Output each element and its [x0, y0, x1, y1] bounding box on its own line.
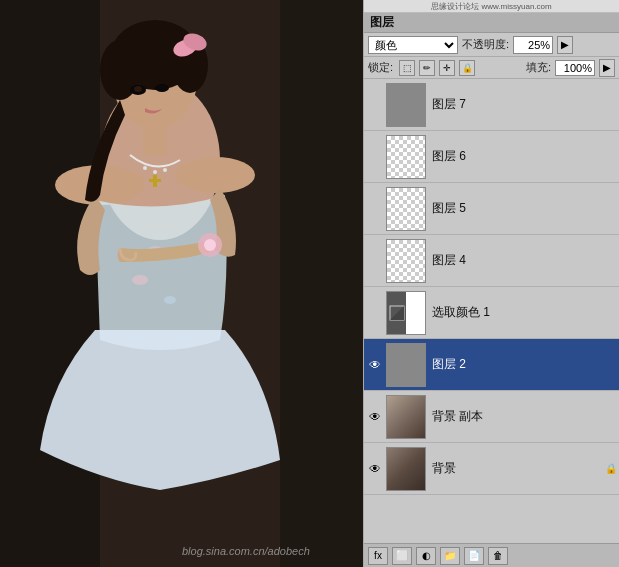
blend-opacity-row: 颜色 不透明度: ▶	[364, 33, 619, 57]
svg-point-24	[155, 84, 169, 92]
layer-name-bg: 背景	[432, 460, 603, 477]
opacity-arrow-btn[interactable]: ▶	[557, 36, 573, 54]
layer-name-layer2: 图层 2	[432, 356, 617, 373]
layer-thumb-layer4	[386, 239, 426, 283]
lock-transparent-btn[interactable]: ⬚	[399, 60, 415, 76]
new-layer-button[interactable]: 📄	[464, 547, 484, 565]
eye-icon-layer5[interactable]	[366, 200, 384, 218]
layer-thumb-bg	[386, 447, 426, 491]
layers-panel: 思缘设计论坛 www.missyuan.com 图层 颜色 不透明度: ▶ 锁定…	[363, 0, 619, 567]
layer-thumb-bg-copy	[386, 395, 426, 439]
layer-item-layer6[interactable]: 图层 6	[364, 131, 619, 183]
lock-fill-row: 锁定: ⬚ ✏ ✛ 🔒 填充: ▶	[364, 57, 619, 79]
layer-thumb-layer2	[386, 343, 426, 387]
svg-point-13	[132, 275, 148, 285]
layer-thumb-layer7	[386, 83, 426, 127]
svg-rect-2	[280, 0, 363, 567]
layer-name-bg-copy: 背景 副本	[432, 408, 617, 425]
lock-position-btn[interactable]: ✛	[439, 60, 455, 76]
layers-bottom-toolbar: fx ⬜ ◐ 📁 📄 🗑	[364, 543, 619, 567]
layer-thumb-layer6	[386, 135, 426, 179]
layer-item-layer4[interactable]: 图层 4	[364, 235, 619, 287]
eye-icon-layer4[interactable]	[366, 252, 384, 270]
svg-point-12	[175, 157, 255, 193]
fill-input[interactable]	[555, 60, 595, 76]
group-button[interactable]: 📁	[440, 547, 460, 565]
eye-icon-layer7[interactable]	[366, 96, 384, 114]
bg-lock-icon: 🔒	[605, 463, 617, 474]
layer-item-layer7[interactable]: 图层 7	[364, 79, 619, 131]
eye-icon-select-color1[interactable]	[366, 304, 384, 322]
adjustment-button[interactable]: ◐	[416, 547, 436, 565]
layer-name-layer5: 图层 5	[432, 200, 617, 217]
opacity-input[interactable]	[513, 36, 553, 54]
layer-thumb-select-color1	[386, 291, 426, 335]
eye-icon-bg[interactable]: 👁	[366, 460, 384, 478]
panel-title: 图层	[364, 13, 619, 33]
photo-canvas: blog.sina.com.cn/adobech	[0, 0, 363, 567]
svg-rect-20	[149, 179, 161, 182]
delete-layer-button[interactable]: 🗑	[488, 547, 508, 565]
blend-mode-select[interactable]: 颜色	[368, 36, 458, 54]
layer-item-layer2[interactable]: 👁 图层 2	[364, 339, 619, 391]
svg-marker-28	[390, 306, 404, 320]
layer-item-layer5[interactable]: 图层 5	[364, 183, 619, 235]
fx-button[interactable]: fx	[368, 547, 388, 565]
opacity-label: 不透明度:	[462, 37, 509, 52]
layer-item-bg-copy[interactable]: 👁 背景 副本	[364, 391, 619, 443]
layer-item-bg[interactable]: 👁 背景 🔒	[364, 443, 619, 495]
layer-name-layer7: 图层 7	[432, 96, 617, 113]
fill-arrow-btn[interactable]: ▶	[599, 59, 615, 77]
eye-icon-layer6[interactable]	[366, 148, 384, 166]
svg-point-25	[134, 86, 142, 92]
svg-text:blog.sina.com.cn/adobech: blog.sina.com.cn/adobech	[182, 545, 310, 557]
eye-icon-layer2[interactable]: 👁	[366, 356, 384, 374]
lock-all-btn[interactable]: 🔒	[459, 60, 475, 76]
layers-list: 图层 7 图层 6 图层 5 图层 4	[364, 79, 619, 543]
lock-image-btn[interactable]: ✏	[419, 60, 435, 76]
eye-icon-bg-copy[interactable]: 👁	[366, 408, 384, 426]
svg-point-14	[164, 296, 176, 304]
svg-point-17	[153, 170, 157, 174]
layer-name-layer4: 图层 4	[432, 252, 617, 269]
svg-rect-1	[0, 0, 100, 567]
layer-name-layer6: 图层 6	[432, 148, 617, 165]
svg-rect-10	[143, 125, 167, 155]
layer-thumb-layer5	[386, 187, 426, 231]
svg-point-22	[204, 239, 216, 251]
svg-point-18	[163, 168, 167, 172]
layer-name-select-color1: 选取颜色 1	[432, 304, 617, 321]
svg-point-16	[143, 166, 147, 170]
add-mask-button[interactable]: ⬜	[392, 547, 412, 565]
layer-item-select-color1[interactable]: 选取颜色 1	[364, 287, 619, 339]
fill-label: 填充:	[526, 60, 551, 75]
panel-watermark: 思缘设计论坛 www.missyuan.com	[364, 0, 619, 13]
lock-label: 锁定:	[368, 60, 393, 75]
